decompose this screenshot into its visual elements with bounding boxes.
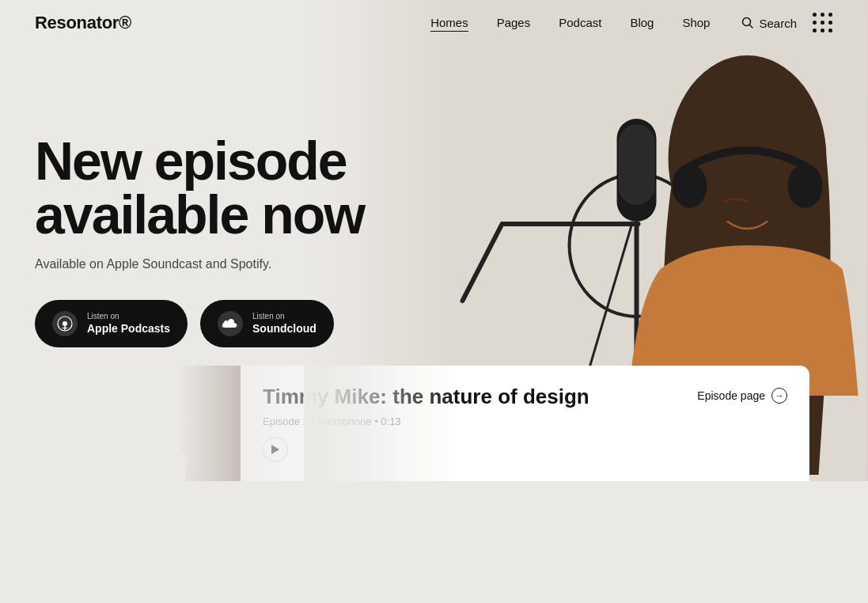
svg-point-15 xyxy=(63,321,67,326)
soundcloud-icon-svg xyxy=(222,318,239,329)
apple-podcasts-icon xyxy=(52,311,78,336)
soundcloud-text: Listen on Soundcloud xyxy=(252,312,316,336)
nav-pages[interactable]: Pages xyxy=(497,16,531,29)
hero-title: New episode available now xyxy=(35,134,364,241)
apple-podcasts-button[interactable]: Listen on Apple Podcasts xyxy=(35,300,188,347)
podcast-icon-svg xyxy=(57,316,73,332)
hero-content: New episode available now Available on A… xyxy=(35,134,364,347)
nav-homes[interactable]: Homes xyxy=(430,16,468,32)
soundcloud-icon xyxy=(218,311,243,336)
svg-line-13 xyxy=(750,25,753,28)
arrow-right-icon: → xyxy=(771,388,787,404)
episode-page-link[interactable]: Episode page → xyxy=(675,366,809,423)
svg-rect-5 xyxy=(502,222,640,226)
hero-cta-buttons: Listen on Apple Podcasts Listen on Soun xyxy=(35,300,364,347)
search-button[interactable]: Search xyxy=(741,17,797,30)
grid-menu-button[interactable] xyxy=(813,13,833,33)
nav-podcast[interactable]: Podcast xyxy=(559,16,601,29)
navigation: Resonator® Homes Pages Podcast Blog Shop… xyxy=(0,0,868,46)
soundcloud-button[interactable]: Listen on Soundcloud xyxy=(200,300,334,347)
nav-links: Homes Pages Podcast Blog Shop xyxy=(430,16,710,30)
nav-shop[interactable]: Shop xyxy=(682,16,710,29)
site-logo: Resonator® xyxy=(35,13,131,33)
search-label: Search xyxy=(759,17,797,30)
hero-subtitle: Available on Apple Soundcast and Spotify… xyxy=(35,257,364,271)
svg-point-10 xyxy=(672,164,707,208)
episode-page-label: Episode page xyxy=(697,389,765,402)
svg-rect-3 xyxy=(619,125,654,204)
hero-section: Resonator® Homes Pages Podcast Blog Shop… xyxy=(0,0,868,481)
nav-blog[interactable]: Blog xyxy=(630,16,654,29)
apple-podcasts-text: Listen on Apple Podcasts xyxy=(87,312,170,336)
search-icon xyxy=(741,17,754,29)
svg-point-11 xyxy=(787,164,822,208)
